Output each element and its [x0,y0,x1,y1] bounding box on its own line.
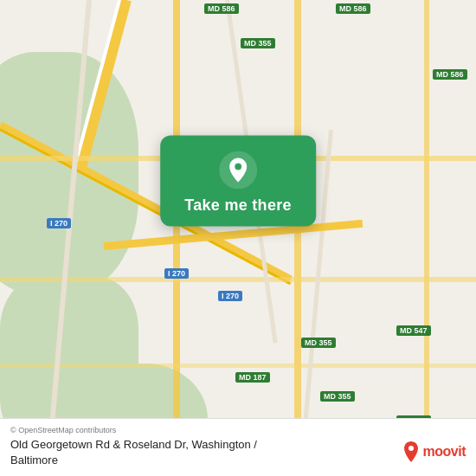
map-background: MD 586 MD 355 MD 586 MD 586 I 270 I 270 … [0,0,476,476]
label-md586-top-left: MD 586 [204,3,239,14]
take-me-there-card[interactable]: Take me there [160,136,316,227]
svg-point-1 [235,164,241,170]
location-line1: Old Georgetown Rd & Roseland Dr, Washing… [10,438,257,451]
label-md355-top: MD 355 [241,38,275,48]
label-md187: MD 187 [235,372,270,383]
label-md355-bot: MD 355 [320,391,355,402]
road-md355 [294,0,301,476]
location-info-row: Old Georgetown Rd & Roseland Dr, Washing… [10,436,466,467]
road-h2 [0,277,476,282]
label-md586-top-right: MD 586 [336,3,370,14]
label-md355-mid: MD 355 [301,338,336,348]
park-area-left [0,52,138,294]
label-md547: MD 547 [396,325,431,336]
moovit-pin-icon [402,441,420,462]
road-h3 [0,363,476,368]
location-text: Old Georgetown Rd & Roseland Dr, Washing… [10,436,257,467]
moovit-brand-text: moovit [423,444,466,460]
road-right [424,0,429,476]
location-pin-icon [219,151,257,190]
attribution: © OpenStreetMap contributors [10,426,466,434]
label-i270-mid: I 270 [164,268,189,279]
label-i270-mid2: I 270 [218,291,242,301]
label-i270-left: I 270 [47,218,71,228]
bottom-bar: © OpenStreetMap contributors Old Georget… [0,418,476,476]
moovit-logo: moovit [402,441,466,462]
take-me-there-label: Take me there [184,196,292,215]
map: MD 586 MD 355 MD 586 MD 586 I 270 I 270 … [0,0,476,476]
location-line2: Baltimore [10,453,58,466]
label-md586-right: MD 586 [433,69,467,80]
